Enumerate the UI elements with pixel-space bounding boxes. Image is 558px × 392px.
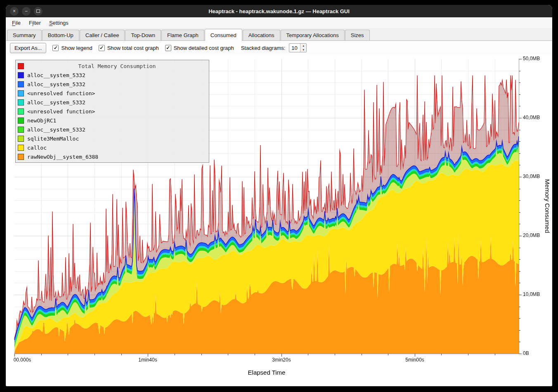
checkbox-checked-icon: ✓ <box>165 45 171 51</box>
menu-label-part: lter <box>33 20 41 26</box>
minimize-icon: − <box>25 9 28 14</box>
stacked-diagrams-spinbox[interactable]: 10 ▲ ▼ <box>289 43 307 52</box>
legend-item: sqlite3MemMalloc <box>18 134 207 143</box>
tab-consumed[interactable]: Consumed <box>205 29 242 41</box>
legend-item: rawNewObj__system_6388 <box>18 152 207 161</box>
legend-label: <unresolved function> <box>27 108 95 115</box>
legend-item: alloc__system_5332 <box>18 70 207 80</box>
checkbox-checked-icon: ✓ <box>99 45 105 51</box>
toolbar: Export As... ✓ Show legend ✓ Show total … <box>6 41 552 55</box>
legend-label: alloc__system_5332 <box>27 99 85 106</box>
tab-bottom-up[interactable]: Bottom-Up <box>42 30 79 40</box>
tab-top-down[interactable]: Top-Down <box>125 30 161 40</box>
legend-title: Total Memory Consumption <box>27 63 207 69</box>
legend-swatch-total <box>18 63 24 69</box>
tab-sizes[interactable]: Sizes <box>345 30 370 40</box>
maximize-icon <box>36 9 40 13</box>
menu-label-part: ettings <box>53 20 69 26</box>
menu-label-part: ile <box>15 20 21 26</box>
legend-label: alloc__system_5332 <box>27 127 85 133</box>
menu-filter[interactable]: Filter <box>25 19 45 27</box>
legend-swatch <box>18 90 24 96</box>
legend-item: calloc <box>18 143 207 152</box>
spinner-down-icon[interactable]: ▼ <box>300 48 306 52</box>
legend-label: sqlite3MemMalloc <box>27 136 79 142</box>
y-tick-label: 20,0MB <box>523 232 540 238</box>
spinner-up-icon[interactable]: ▲ <box>300 44 306 48</box>
checkbox-checked-icon: ✓ <box>52 45 59 51</box>
legend-item: newObjRC1 <box>18 116 207 125</box>
legend-swatch <box>18 136 24 142</box>
legend-swatch <box>18 72 24 78</box>
close-button[interactable]: × <box>10 7 19 16</box>
maximize-button[interactable] <box>34 7 43 16</box>
tab-bar: Summary Bottom-Up Caller / Callee Top-Do… <box>6 28 552 41</box>
tab-flame-graph[interactable]: Flame Graph <box>161 30 204 40</box>
legend-swatch <box>18 99 24 106</box>
y-tick-label: 0B <box>523 350 529 356</box>
spinner-arrows: ▲ ▼ <box>300 44 306 52</box>
x-tick-label: 5min00s <box>405 357 424 363</box>
window-title: Heaptrack - heaptrack.wakunode.1.gz — He… <box>6 8 552 14</box>
show-detailed-cost-graph-checkbox[interactable]: ✓ Show detailed cost graph <box>165 45 234 51</box>
y-tick-label: 50,0MB <box>523 56 540 61</box>
close-icon: × <box>13 9 16 14</box>
tab-summary[interactable]: Summary <box>7 30 42 40</box>
legend-item: alloc__system_5332 <box>18 98 207 107</box>
y-tick-label: 40,0MB <box>523 115 540 120</box>
legend-item: <unresolved function> <box>18 107 207 116</box>
legend-label: newObjRC1 <box>27 117 56 124</box>
show-total-cost-graph-checkbox[interactable]: ✓ Show total cost graph <box>99 45 159 51</box>
legend-swatch <box>18 117 24 124</box>
legend-item: alloc__system_5332 <box>18 125 207 134</box>
tab-allocations[interactable]: Allocations <box>243 30 280 40</box>
legend-label: <unresolved function> <box>27 90 95 96</box>
minimize-button[interactable]: − <box>22 7 31 16</box>
menubar: File Filter Settings <box>6 17 552 28</box>
legend-swatch <box>18 108 24 115</box>
tab-caller-callee[interactable]: Caller / Callee <box>80 30 125 40</box>
legend-swatch <box>18 145 24 151</box>
y-tick-label: 30,0MB <box>523 174 540 179</box>
checkbox-label: Show total cost graph <box>107 45 159 51</box>
y-tick-label: 10,0MB <box>523 291 540 297</box>
heaptrack-window: × − Heaptrack - heaptrack.wakunode.1.gz … <box>6 5 552 386</box>
tab-temporary-allocations[interactable]: Temporary Allocations <box>281 30 345 40</box>
menu-mnemonic: S <box>49 20 53 26</box>
legend-label: alloc__system_5332 <box>27 72 85 78</box>
legend-item: <unresolved function> <box>18 89 207 98</box>
menu-settings[interactable]: Settings <box>45 19 72 27</box>
x-axis-title: Elapsed Time <box>248 369 286 376</box>
legend-label: alloc__system_5332 <box>27 81 85 87</box>
legend-title-row: Total Memory Consumption <box>18 61 207 70</box>
legend-swatch <box>18 81 24 87</box>
show-legend-checkbox[interactable]: ✓ Show legend <box>52 45 92 51</box>
chart-legend: Total Memory Consumption alloc__system_5… <box>15 60 209 163</box>
x-tick-label: 3min20s <box>272 357 291 363</box>
titlebar[interactable]: × − Heaptrack - heaptrack.wakunode.1.gz … <box>6 5 552 17</box>
menu-label-part: F <box>29 20 32 26</box>
x-tick-label: 00.000s <box>14 357 31 363</box>
y-axis-title: Memory Consumed <box>544 179 551 233</box>
x-tick-label: 1min40s <box>138 357 157 363</box>
stacked-diagrams-value: 10 <box>289 44 300 52</box>
checkbox-label: Show detailed cost graph <box>174 45 234 51</box>
legend-label: rawNewObj__system_6388 <box>27 154 98 160</box>
legend-label: calloc <box>27 145 47 151</box>
memory-consumed-chart: Total Memory Consumption alloc__system_5… <box>6 55 552 386</box>
stacked-diagrams-label: Stacked diagrams: <box>241 45 286 51</box>
checkbox-label: Show legend <box>61 45 92 51</box>
legend-item: alloc__system_5332 <box>18 80 207 89</box>
export-as-button[interactable]: Export As... <box>10 43 46 53</box>
legend-swatch <box>18 154 24 160</box>
legend-swatch <box>18 127 24 133</box>
window-controls: × − <box>10 7 43 16</box>
menu-file[interactable]: File <box>8 19 24 27</box>
menu-mnemonic: F <box>12 20 15 26</box>
